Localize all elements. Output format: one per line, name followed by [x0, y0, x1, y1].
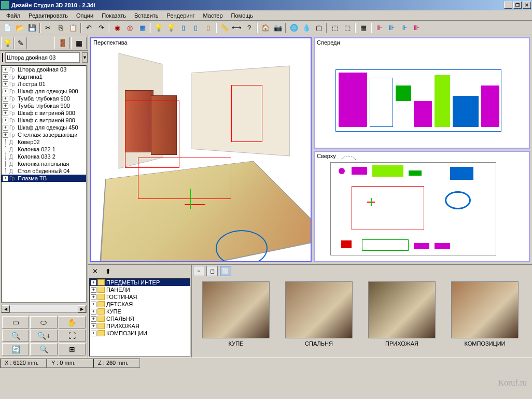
new-icon[interactable]: 📄	[1, 22, 13, 34]
help-icon[interactable]: ?	[243, 22, 255, 34]
tree-item[interactable]: +ГрЛюстра 01	[2, 80, 86, 88]
expand-icon[interactable]: +	[91, 323, 96, 329]
dim-icon[interactable]: ⟷	[231, 22, 243, 34]
expand-icon[interactable]: +	[91, 294, 96, 300]
tree-item[interactable]: +ГрТумба глубокая 900	[2, 102, 86, 109]
tree-item[interactable]: +ГрШтора двойная 03	[2, 66, 86, 73]
zoom2-tool-icon[interactable]: 🔍	[30, 343, 57, 355]
category-item[interactable]: +ПРИХОЖАЯ	[90, 322, 190, 330]
door-tool-icon[interactable]: 🚪	[54, 37, 70, 49]
expand-icon[interactable]: +	[91, 302, 96, 307]
scene-tree[interactable]: +ГрШтора двойная 03+ГрКартина1+ГрЛюстра …	[1, 65, 87, 303]
expand-icon[interactable]: +	[3, 96, 8, 102]
walls-icon[interactable]: ▦	[136, 22, 148, 34]
transform-gizmo[interactable]	[174, 189, 205, 220]
select-tool-icon[interactable]: ▭	[2, 316, 29, 329]
menu-options[interactable]: Опции	[72, 11, 97, 20]
menu-show[interactable]: Показать	[97, 11, 130, 20]
selector-dropdown-icon[interactable]: ▼	[82, 52, 88, 63]
scroll-left-icon[interactable]: ◀	[2, 305, 10, 312]
tree-item[interactable]: +ГрСтеллаж завершающи	[2, 131, 86, 138]
camera-icon[interactable]: 📷	[272, 22, 284, 34]
expand-icon[interactable]: +	[3, 89, 8, 94]
maximize-button[interactable]: ❐	[513, 2, 522, 9]
thumbnail[interactable]: ПРИХОЖАЯ	[368, 281, 436, 353]
thumbnail[interactable]: КУПЕ	[202, 281, 270, 353]
tree-item[interactable]: +ГрШкаф для одежды 900	[2, 88, 86, 95]
redo-icon[interactable]: ↷	[95, 22, 107, 34]
up-folder-icon[interactable]: ⬆	[102, 265, 114, 277]
expand-icon[interactable]: +	[3, 81, 8, 87]
orbit-tool-icon[interactable]: 🔄	[2, 343, 29, 355]
menu-render[interactable]: Рендеринг	[163, 11, 199, 20]
copy-icon[interactable]: ⎘	[54, 22, 66, 34]
category-item[interactable]: +ПРЕДМЕТЫ ИНТЕР	[90, 279, 190, 286]
category-item[interactable]: +СПАЛЬНЯ	[90, 315, 190, 322]
lamp-icon[interactable]: 💡	[152, 22, 164, 34]
menu-help[interactable]: Помощь	[227, 11, 258, 20]
menu-wizard[interactable]: Мастер	[199, 11, 227, 20]
drop-icon[interactable]: 💧	[300, 22, 312, 34]
expand-icon[interactable]: +	[91, 316, 96, 322]
render-icon[interactable]: ◉	[111, 22, 123, 34]
expand-icon[interactable]: +	[91, 287, 96, 293]
box-icon[interactable]: ▢	[313, 22, 325, 34]
expand-icon[interactable]: +	[91, 309, 96, 315]
view3-icon[interactable]: ▯	[202, 22, 214, 34]
ungroup-icon[interactable]: ⬚	[341, 22, 353, 34]
category-tree[interactable]: +ПРЕДМЕТЫ ИНТЕР+ПАНЕЛИ+ГОСТИНАЯ+ДЕТСКАЯ+…	[89, 278, 190, 357]
category-item[interactable]: +ГОСТИНАЯ	[90, 293, 190, 301]
grid-icon[interactable]: ▦	[357, 22, 369, 34]
window-tool-icon[interactable]: ▦	[71, 37, 87, 49]
tree-hscroll[interactable]: ◀ ▶	[1, 305, 87, 313]
paste-icon[interactable]: 📋	[67, 22, 79, 34]
pan-tool-icon[interactable]: ✋	[59, 316, 86, 329]
align1-icon[interactable]: ⊪	[373, 22, 385, 34]
minimize-button[interactable]: _	[504, 2, 512, 9]
group-icon[interactable]: ⬚	[329, 22, 341, 34]
tree-item[interactable]: +ГрШкаф с витриной 900	[2, 117, 86, 124]
expand-icon[interactable]: +	[91, 331, 96, 336]
tree-item[interactable]: +ГрКартина1	[2, 73, 86, 80]
perspective-viewport[interactable]: Перспектива	[90, 37, 312, 262]
cut-icon[interactable]: ✂	[42, 22, 54, 34]
expand-icon[interactable]: +	[91, 280, 96, 286]
align4-icon[interactable]: ⊪	[411, 22, 423, 34]
view1-icon[interactable]: ▯	[177, 22, 189, 34]
undo-icon[interactable]: ↶	[83, 22, 95, 34]
close-panel-icon[interactable]: ✕	[89, 265, 101, 277]
category-item[interactable]: +КУПЕ	[90, 308, 190, 315]
expand-icon[interactable]: +	[3, 74, 8, 80]
open-icon[interactable]: 📂	[13, 22, 25, 34]
lamp2-icon[interactable]: 💡	[165, 22, 177, 34]
sphere-icon[interactable]: 🌐	[288, 22, 300, 34]
expand-icon[interactable]: +	[3, 67, 8, 73]
zoomfit-tool-icon[interactable]: ⛶	[59, 330, 86, 342]
ruler-icon[interactable]: 📏	[218, 22, 230, 34]
color-swatch[interactable]	[2, 53, 3, 62]
category-item[interactable]: +ПАНЕЛИ	[90, 286, 190, 293]
close-button[interactable]: ✕	[523, 2, 531, 9]
top-viewport[interactable]: Сверху	[314, 151, 530, 262]
expand-icon[interactable]: +	[3, 132, 8, 138]
category-item[interactable]: +ДЕТСКАЯ	[90, 301, 190, 308]
menu-edit[interactable]: Редактировать	[24, 11, 72, 20]
brush-tool-icon[interactable]: ✎	[15, 37, 27, 49]
align3-icon[interactable]: ⊪	[398, 22, 410, 34]
expand-icon[interactable]: +	[3, 110, 8, 116]
zoom-tool-icon[interactable]: 🔍	[2, 330, 29, 342]
zoomin-tool-icon[interactable]: 🔍+	[30, 330, 57, 342]
tree-item[interactable]: ДКолонка напольная	[2, 160, 86, 167]
thumb-med-icon[interactable]: ◻	[206, 266, 218, 276]
expand-icon[interactable]: +	[3, 118, 8, 123]
object-selector[interactable]	[5, 52, 80, 63]
menu-insert[interactable]: Вставить	[130, 11, 163, 20]
light-tool-icon[interactable]: 💡	[1, 37, 13, 49]
tree-item[interactable]: +ГрТумба глубокая 900	[2, 95, 86, 102]
expand-icon[interactable]: +	[3, 176, 8, 181]
front-viewport[interactable]: Спереди	[314, 37, 530, 149]
tree-item[interactable]: ДСтол обеденный 04	[2, 167, 86, 175]
menu-file[interactable]: Файл	[2, 11, 24, 20]
tree-item[interactable]: ДКолонка 033 2	[2, 153, 86, 160]
align2-icon[interactable]: ⊪	[386, 22, 398, 34]
